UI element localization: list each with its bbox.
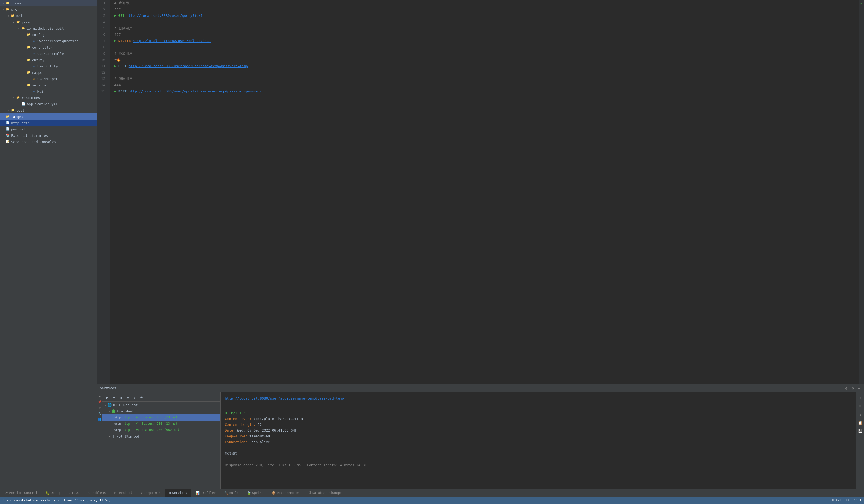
tree-item-controller[interactable]: controller: [0, 44, 97, 50]
arrow-idea: [1, 2, 5, 5]
vert-tab-settings2[interactable]: 🔧: [97, 411, 103, 416]
label-main-java: Main: [37, 89, 46, 94]
tree-item-scratches[interactable]: 📝 Scratches and Consoles: [0, 139, 97, 145]
close-panel-icon[interactable]: —: [857, 385, 861, 391]
tree-item-main[interactable]: main: [0, 13, 97, 19]
tree-item-swagger[interactable]: ☕ SwaggerConfiguration: [0, 38, 97, 44]
response-icon-3[interactable]: ⇅: [857, 411, 863, 418]
code-editor[interactable]: # 查询用户 ### ▶ GET http://localhost:8080/u…: [110, 0, 859, 384]
toolbar-run-btn[interactable]: ▶: [105, 395, 110, 400]
response-icon-2[interactable]: ≡: [857, 403, 863, 409]
run-btn-7[interactable]: ▶: [115, 38, 116, 44]
code-line-11: ▶ POST http://localhost:8080/user/add?us…: [115, 63, 859, 69]
status-line-ending[interactable]: LF: [846, 499, 850, 502]
tree-item-service[interactable]: service: [0, 82, 97, 88]
response-area[interactable]: http://localhost:8080/user/add?username=…: [220, 392, 856, 489]
tree-item-target[interactable]: target: [0, 113, 97, 120]
service-finished[interactable]: ▾ ✓ Finished: [103, 408, 220, 414]
tab-todo[interactable]: ✓ TODO: [64, 489, 84, 497]
tab-services[interactable]: ⚙ Services: [165, 489, 191, 497]
label-target: target: [11, 115, 23, 119]
service-http3[interactable]: http http | #3 Status: 200 (13 ms): [103, 414, 220, 420]
response-keep-alive: Keep-Alive: timeout=60: [225, 433, 852, 439]
tree-item-extlibs[interactable]: 📚 External Libraries: [0, 132, 97, 139]
label-idea: .idea: [11, 1, 21, 5]
line-num-8: 8: [97, 44, 107, 50]
response-icon-5[interactable]: 💾: [857, 428, 863, 434]
tree-item-java[interactable]: java: [0, 19, 97, 25]
tab-profiler[interactable]: 📊 Profiler: [191, 489, 220, 497]
hash-2: ###: [115, 6, 121, 13]
toolbar-group-btn[interactable]: ⊞: [125, 395, 131, 400]
url-15: http://localhost:8080/user/update?userna…: [129, 88, 262, 95]
hash-10: #🔥: [115, 57, 121, 63]
run-btn-15[interactable]: ▶: [115, 88, 116, 95]
tab-terminal[interactable]: > Terminal: [110, 489, 136, 497]
tab-build[interactable]: 🔨 Build: [220, 489, 243, 497]
main-area: .idea src main java io.github.yishuoit: [0, 0, 864, 489]
toolbar-add-btn[interactable]: +: [139, 395, 144, 400]
response-icon-4[interactable]: 📋: [857, 420, 863, 426]
toolbar-filter-btn[interactable]: ⇓: [132, 395, 137, 400]
tree-item-resources[interactable]: resources: [0, 95, 97, 101]
vert-tab-users[interactable]: 👥: [97, 417, 103, 422]
bottom-tab-bar: ⎇ Version Control 🐛 Debug ✓ TODO ⚠ Probl…: [0, 489, 864, 497]
tree-item-io-github[interactable]: io.github.yishuoit: [0, 25, 97, 32]
toolbar-expand-btn[interactable]: ≡: [111, 395, 117, 400]
status-bar-left: Build completed successfully in 1 sec 63…: [3, 499, 111, 502]
header-val-4: timeout=60: [250, 434, 270, 438]
tab-database[interactable]: 🗄 Database Changes: [304, 489, 347, 497]
tree-item-appyaml[interactable]: 📄 application.yml: [0, 101, 97, 107]
services-tree: ▶ ≡ ⇅ ⊞ ⇓ + ▾ 🌐 HTTP Request: [103, 392, 220, 489]
tree-item-idea[interactable]: .idea: [0, 0, 97, 6]
status-cursor: 13:1: [854, 499, 861, 502]
service-http4[interactable]: http http | #4 Status: 200 (13 ms): [103, 420, 220, 427]
tab-debug[interactable]: 🐛 Debug: [41, 489, 64, 497]
tree-item-userentity[interactable]: ☕ UserEntity: [0, 63, 97, 69]
folder-icon-entity: [26, 58, 31, 62]
editor-content: 1 2 3 4 5 6 7 8 9 10 11 12 13 14 15 #: [97, 0, 864, 384]
vert-tab-filter[interactable]: ⚙: [97, 405, 103, 410]
panel-header: Services ⚙ ⚙ —: [97, 384, 864, 392]
vert-tab-run[interactable]: ▶: [97, 393, 103, 399]
todo-icon: ✓: [69, 491, 71, 495]
config-icon[interactable]: ⚙: [851, 385, 855, 391]
status-encoding[interactable]: UTF-8: [832, 499, 842, 502]
service-not-started[interactable]: ▸ ⏸ Not Started: [103, 433, 220, 440]
service-http1[interactable]: http http | #1 Status: 200 (560 ms): [103, 427, 220, 433]
tab-spring[interactable]: 🍃 Spring: [243, 489, 268, 497]
http-status: HTTP/1.1 200: [225, 411, 250, 415]
label-src: src: [11, 8, 17, 12]
tree-item-usercontroller[interactable]: ☕ UserController: [0, 50, 97, 57]
service-http-request[interactable]: ▾ 🌐 HTTP Request: [103, 402, 220, 408]
tree-item-mapper[interactable]: mapper: [0, 69, 97, 76]
http3-status: http | #3 Status: 200 (13 ms): [123, 416, 178, 419]
toolbar-collapse-btn[interactable]: ⇅: [118, 395, 124, 400]
settings-icon[interactable]: ⚙: [844, 385, 849, 391]
http3-icon: http: [114, 416, 121, 419]
run-btn-11[interactable]: ▶: [115, 63, 116, 69]
tab-problems[interactable]: ⚠ Problems: [84, 489, 110, 497]
http-request-label: HTTP Request: [113, 403, 138, 407]
line-num-2: 2: [97, 6, 107, 13]
tab-endpoints[interactable]: ⊕ Endpoints: [136, 489, 165, 497]
tree-item-main-java[interactable]: ☕ Main: [0, 88, 97, 95]
tree-item-config[interactable]: config: [0, 32, 97, 38]
java-icon-usermapper: ☕: [32, 77, 36, 81]
vert-tab-pin[interactable]: 📌: [97, 399, 103, 405]
tree-item-src[interactable]: src: [0, 6, 97, 13]
response-icon-1[interactable]: ⬆: [857, 395, 863, 401]
tree-item-test[interactable]: test: [0, 107, 97, 113]
folder-icon-controller: [26, 45, 31, 49]
tree-item-entity[interactable]: entity: [0, 57, 97, 63]
header-val-2: 12: [257, 422, 262, 427]
tree-item-pomxml[interactable]: 📄 pom.xml: [0, 126, 97, 132]
tab-dependencies[interactable]: 📦 Dependencies: [268, 489, 304, 497]
header-key-1: Content-Type:: [225, 417, 254, 421]
tab-version-control[interactable]: ⎇ Version Control: [0, 489, 41, 497]
editor-area: 1 2 3 4 5 6 7 8 9 10 11 12 13 14 15 #: [97, 0, 864, 489]
run-btn-3[interactable]: ▶: [115, 13, 116, 19]
arrow-entity: [22, 59, 26, 61]
tree-item-usermapper[interactable]: ☕ UserMapper: [0, 76, 97, 82]
tree-item-httphttp[interactable]: 📄 http.http: [0, 120, 97, 126]
